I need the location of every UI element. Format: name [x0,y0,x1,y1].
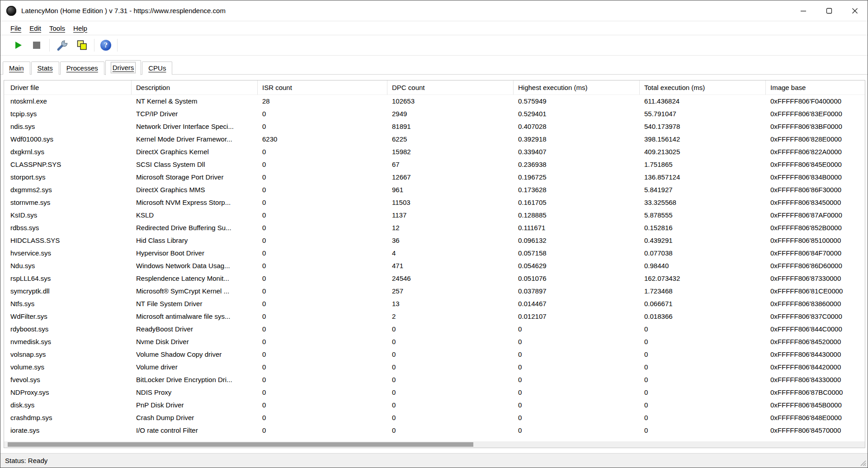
cell-image_base: 0xFFFFF806'83450000 [766,196,865,209]
options-button[interactable] [57,39,69,52]
scrollbar-thumb[interactable] [8,442,473,447]
cell-description: Microsoft NVM Express Storp... [132,196,258,209]
toolbar: ? [0,35,868,56]
cell-isr_count: 0 [258,120,387,133]
toolbar-separator [117,39,118,52]
table-row[interactable]: Ndu.sysWindows Network Data Usag...04710… [4,260,865,272]
table-row[interactable]: NDProxy.sysNDIS Proxy00000xFFFFF806'87BC… [4,386,865,399]
stop-monitor-button[interactable] [33,42,40,49]
cell-description: Microsoft Storage Port Driver [132,171,258,184]
cell-isr_count: 0 [258,260,387,272]
cell-highest_execution_ms: 0 [514,411,640,424]
cell-total_execution_ms: 0.018366 [640,310,766,323]
column-header-total_execution_ms[interactable]: Total execution (ms) [640,80,766,95]
cell-description: Microsoft antimalware file sys... [132,310,258,323]
cell-driver_file: NDProxy.sys [4,386,132,399]
table-row[interactable]: disk.sysPnP Disk Driver00000xFFFFF806'84… [4,399,865,411]
menu-item-edit[interactable]: Edit [25,24,45,32]
table-row[interactable]: rspLLL64.sysResplendence Latency Monit..… [4,272,865,285]
table-row[interactable]: hvservice.sysHypervisor Boot Driver040.0… [4,247,865,260]
cell-driver_file: Ntfs.sys [4,298,132,310]
table-row[interactable]: stornvme.sysMicrosoft NVM Express Storp.… [4,196,865,209]
cell-total_execution_ms: 1.723468 [640,285,766,298]
cell-description: Kernel Mode Driver Framewor... [132,133,258,146]
cell-total_execution_ms: 540.173978 [640,120,766,133]
table-row[interactable]: iorate.sysI/O rate control Filter00000xF… [4,424,865,437]
cell-image_base: 0xFFFFF806'84330000 [766,373,865,386]
table-row[interactable]: KsID.sysKSLD011370.1288855.8785550xFFFFF… [4,209,865,222]
cell-image_base: 0xFFFFF806'84520000 [766,336,865,348]
cell-highest_execution_ms: 0 [514,424,640,437]
column-header-driver_file[interactable]: Driver file [4,80,132,95]
cell-driver_file: disk.sys [4,399,132,411]
table-row[interactable]: tcpip.sysTCP/IP Driver029490.52940155.79… [4,108,865,120]
start-monitor-button[interactable] [14,41,23,50]
minimize-button[interactable] [790,0,816,21]
table-row[interactable]: volume.sysVolume driver00000xFFFFF806'84… [4,361,865,373]
cell-total_execution_ms: 0.066671 [640,298,766,310]
cell-dpc_count: 67 [387,158,514,171]
close-button[interactable] [842,0,868,21]
tab-label: Main [9,64,24,72]
table-row[interactable]: Wdf01000.sysKernel Mode Driver Framewor.… [4,133,865,146]
cell-description: DirectX Graphics Kernel [132,146,258,158]
cell-description: NDIS Proxy [132,386,258,399]
cell-image_base: 0xFFFFF806'834B0000 [766,171,865,184]
table-row[interactable]: crashdmp.sysCrash Dump Driver00000xFFFFF… [4,411,865,424]
table-row[interactable]: CLASSPNP.SYSSCSI Class System Dll0670.23… [4,158,865,171]
help-question-icon: ? [100,40,111,51]
tab-strip: MainStatsProcessesDriversCPUs [0,56,868,75]
maximize-button[interactable] [816,0,842,21]
cell-isr_count: 0 [258,399,387,411]
horizontal-scrollbar[interactable] [4,441,865,448]
table-row[interactable]: Ntfs.sysNT File System Driver0130.014467… [4,298,865,310]
tab-label: Processes [66,64,98,72]
toolbar-separator [94,39,94,52]
column-header-isr_count[interactable]: ISR count [258,80,387,95]
table-row[interactable]: rdbss.sysRedirected Drive Buffering Su..… [4,222,865,234]
resize-grip[interactable] [859,459,866,466]
cell-image_base: 0xFFFFF806'86F30000 [766,184,865,196]
tab-drivers[interactable]: Drivers [105,60,142,75]
menu-item-file[interactable]: File [6,24,25,32]
table-row[interactable]: HIDCLASS.SYSHid Class Library0360.096132… [4,234,865,247]
column-header-image_base[interactable]: Image base [766,80,865,95]
report-button[interactable] [76,40,88,51]
cell-image_base: 0xFFFFF806'83EF0000 [766,108,865,120]
column-header-highest_execution_ms[interactable]: Highest execution (ms) [514,80,640,95]
table-row[interactable]: rdyboost.sysReadyBoost Driver00000xFFFFF… [4,323,865,336]
table-row[interactable]: storport.sysMicrosoft Storage Port Drive… [4,171,865,184]
menu-bar: FileEditToolsHelp [0,21,868,35]
table-row[interactable]: dxgkrnl.sysDirectX Graphics Kernel015982… [4,146,865,158]
table-row[interactable]: ntoskrnl.exeNT Kernel & System281026530.… [4,95,865,108]
cell-image_base: 0xFFFFF806'845B0000 [766,399,865,411]
tab-main[interactable]: Main [3,61,30,75]
cell-description: PnP Disk Driver [132,399,258,411]
menu-item-tools[interactable]: Tools [45,24,69,32]
table-row[interactable]: ndis.sysNetwork Driver Interface Speci..… [4,120,865,133]
menu-item-help[interactable]: Help [69,24,91,32]
table-row[interactable]: volsnap.sysVolume Shadow Copy driver0000… [4,348,865,361]
tab-processes[interactable]: Processes [60,61,104,75]
cell-description: Resplendence Latency Monit... [132,272,258,285]
table-row[interactable]: dxgmms2.sysDirectX Graphics MMS09610.173… [4,184,865,196]
column-header-description[interactable]: Description [132,80,258,95]
table-row[interactable]: fvevol.sysBitLocker Drive Encryption Dri… [4,373,865,386]
cell-total_execution_ms: 5.841927 [640,184,766,196]
cell-image_base: 0xFFFFF806'85100000 [766,234,865,247]
cell-dpc_count: 0 [387,399,514,411]
tab-cpus[interactable]: CPUs [142,61,172,75]
cell-driver_file: rdyboost.sys [4,323,132,336]
table-row[interactable]: nvmedisk.sysNvme Disk Driver00000xFFFFF8… [4,336,865,348]
cell-isr_count: 0 [258,386,387,399]
wrench-icon [57,39,69,52]
cell-image_base: 0xFFFFF806'87AF0000 [766,209,865,222]
cell-isr_count: 0 [258,184,387,196]
help-button[interactable]: ? [100,40,111,51]
table-row[interactable]: symcryptk.dllMicrosoft® SymCrypt Kernel … [4,285,865,298]
cell-highest_execution_ms: 0 [514,336,640,348]
column-header-dpc_count[interactable]: DPC count [387,80,514,95]
table-row[interactable]: WdFilter.sysMicrosoft antimalware file s… [4,310,865,323]
tab-stats[interactable]: Stats [31,61,59,75]
cell-dpc_count: 81891 [387,120,514,133]
